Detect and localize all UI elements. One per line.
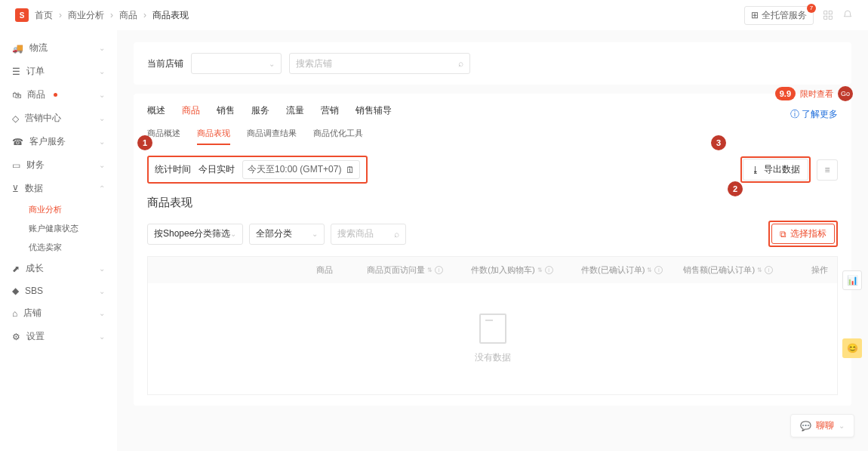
- learn-more-link[interactable]: ⓘ了解更多: [790, 108, 838, 121]
- tab-product[interactable]: 商品: [182, 104, 200, 117]
- analytics-card: 概述 商品 销售 服务 流量 营销 销售辅导 ⓘ了解更多 商品概述 商品表现 商…: [134, 94, 851, 406]
- tab-overview[interactable]: 概述: [147, 104, 165, 117]
- sidebar-item-logistics[interactable]: 🚚物流⌄: [0, 36, 117, 60]
- download-icon: ⭳: [751, 165, 760, 175]
- date-range-control[interactable]: 统计时间 今日实时 今天至10:00 (GMT+07) 🗓: [147, 156, 368, 184]
- sidebar-sub-health[interactable]: 账户健康状态: [0, 219, 117, 238]
- chat-icon: 💬: [800, 421, 811, 431]
- store-select[interactable]: ⌄: [191, 53, 282, 74]
- chat-label: 聊聊: [816, 419, 834, 432]
- crumb-bi[interactable]: 商业分析: [68, 9, 104, 22]
- bell-icon[interactable]: [842, 10, 853, 20]
- metrics-float-button[interactable]: 📊: [842, 270, 862, 290]
- grow-icon: ⬈: [12, 264, 20, 274]
- chevron-right-icon: ›: [143, 10, 146, 20]
- col-sales[interactable]: 销售额(已确认订单)⇅i: [663, 264, 773, 276]
- placeholder-text: 搜索店铺: [296, 57, 458, 70]
- sidebar-item-marketing[interactable]: ◇营销中心⌄: [0, 107, 117, 130]
- tab-coach[interactable]: 销售辅导: [356, 104, 392, 117]
- table-header: 商品 商品页面访问量⇅i 件数(加入购物车)⇅i 件数(已确认订单)⇅i 销售额…: [148, 257, 837, 283]
- date-label: 统计时间: [155, 163, 191, 176]
- chevron-down-icon: ⌄: [99, 309, 105, 317]
- sidebar-item-finance[interactable]: ▭财务⌄: [0, 153, 117, 177]
- help-float-button[interactable]: 😊: [842, 338, 862, 358]
- sidebar-item-sbs[interactable]: ◆SBS⌄: [0, 280, 117, 301]
- tab-service[interactable]: 服务: [251, 104, 269, 117]
- calendar-icon: 🗓: [346, 165, 355, 175]
- tab-sales[interactable]: 销售: [217, 104, 235, 117]
- go-button[interactable]: Go: [838, 86, 853, 101]
- select-metric-button[interactable]: ⧉ 选择指标: [771, 224, 835, 244]
- product-search-input[interactable]: 搜索商品⌕: [331, 224, 406, 245]
- svg-rect-3: [829, 16, 832, 19]
- promo-banner[interactable]: 9.9 限时查看 Go: [775, 86, 853, 101]
- col-views[interactable]: 商品页面访问量⇅i: [333, 264, 443, 276]
- chevron-down-icon: ⌄: [230, 230, 236, 238]
- header-right: ⊞ 全托管服务 7: [744, 6, 853, 25]
- sidebar-item-label: 店铺: [23, 307, 42, 320]
- info-icon: i: [435, 266, 443, 274]
- subtab-performance[interactable]: 商品表现: [197, 128, 230, 145]
- subtab-optimize[interactable]: 商品优化工具: [313, 128, 363, 145]
- grid-icon[interactable]: [823, 10, 833, 20]
- store-search-input[interactable]: 搜索店铺 ⌕: [289, 53, 470, 74]
- more-options-button[interactable]: ≡: [817, 159, 838, 181]
- date-value-input[interactable]: 今天至10:00 (GMT+07) 🗓: [242, 160, 360, 179]
- all-category-select[interactable]: 全部分类⌄: [249, 224, 325, 245]
- chevron-up-icon: ⌃: [99, 184, 105, 193]
- sidebar-sub-preferred[interactable]: 优选卖家: [0, 238, 117, 257]
- promo-text: 限时查看: [800, 88, 833, 100]
- empty-state: 没有数据: [148, 283, 837, 394]
- sidebar-item-settings[interactable]: ⚙设置⌄: [0, 325, 117, 348]
- sidebar-item-data[interactable]: ⊻数据⌃: [0, 177, 117, 200]
- tab-marketing[interactable]: 营销: [321, 104, 339, 117]
- hosted-service-button[interactable]: ⊞ 全托管服务 7: [744, 6, 814, 25]
- col-product: 商品: [157, 264, 333, 276]
- chevron-right-icon: ›: [59, 10, 62, 20]
- sidebar-item-products[interactable]: 🛍商品⌄: [0, 83, 117, 107]
- sort-icon: ⇅: [647, 267, 652, 273]
- sidebar-item-label: 财务: [26, 159, 45, 171]
- hosted-label: 全托管服务: [762, 9, 807, 22]
- chat-button[interactable]: 💬 聊聊 ⌄: [790, 414, 854, 437]
- sidebar-item-growth[interactable]: ⬈成长⌄: [0, 257, 117, 280]
- export-label: 导出数据: [764, 163, 800, 176]
- sidebar-item-orders[interactable]: ☰订单⌄: [0, 60, 117, 83]
- crumb-product[interactable]: 商品: [119, 9, 137, 22]
- select-metric-label: 选择指标: [790, 227, 826, 240]
- chevron-down-icon: ⌄: [99, 137, 105, 146]
- chevron-down-icon: ⌄: [312, 230, 318, 238]
- chart-icon: ⊻: [12, 184, 19, 194]
- sidebar-item-label: 客户服务: [29, 135, 66, 148]
- sidebar-item-support[interactable]: ☎客户服务⌄: [0, 130, 117, 153]
- export-button[interactable]: ⭳ 导出数据: [743, 159, 808, 181]
- search-icon: ⌕: [458, 58, 463, 69]
- info-icon: i: [654, 266, 663, 274]
- section-title: 商品表现: [147, 196, 838, 210]
- crumb-current: 商品表现: [152, 9, 189, 22]
- chevron-down-icon: ⌄: [99, 114, 105, 122]
- topbar: S 首页 › 商业分析 › 商品 › 商品表现 ⊞ 全托管服务 7: [0, 0, 868, 30]
- alert-dot-icon: [54, 93, 57, 97]
- sidebar-item-label: SBS: [25, 286, 43, 296]
- sidebar-sub-bi[interactable]: 商业分析: [0, 200, 117, 219]
- col-atc[interactable]: 件数(加入购物车)⇅i: [443, 264, 553, 276]
- sidebar-item-label: 营销中心: [25, 112, 61, 125]
- main-content: 当前店铺 ⌄ 搜索店铺 ⌕ 概述 商品 销售 服务 流量 营销 销售辅导: [117, 30, 868, 451]
- sidebar-item-store[interactable]: ⌂店铺⌄: [0, 301, 117, 325]
- tab-traffic[interactable]: 流量: [286, 104, 304, 117]
- svg-rect-2: [824, 16, 827, 19]
- chevron-down-icon: ⌄: [99, 44, 105, 52]
- truck-icon: 🚚: [12, 43, 23, 54]
- product-table: 商品 商品页面访问量⇅i 件数(加入购物车)⇅i 件数(已确认订单)⇅i 销售额…: [147, 256, 838, 395]
- main-tabs: 概述 商品 销售 服务 流量 营销 销售辅导: [147, 104, 392, 117]
- shopee-category-select[interactable]: 按Shopee分类筛选⌄: [147, 224, 243, 245]
- crumb-home[interactable]: 首页: [35, 9, 53, 22]
- date-value: 今天至10:00 (GMT+07): [248, 163, 341, 176]
- empty-text: 没有数据: [475, 351, 511, 364]
- placeholder-text: 搜索商品: [337, 227, 394, 240]
- col-orders[interactable]: 件数(已确认订单)⇅i: [553, 264, 663, 276]
- subtab-survey[interactable]: 商品调查结果: [247, 128, 297, 145]
- svg-rect-0: [824, 11, 827, 14]
- sub-tabs: 商品概述 商品表现 商品调查结果 商品优化工具: [147, 128, 838, 145]
